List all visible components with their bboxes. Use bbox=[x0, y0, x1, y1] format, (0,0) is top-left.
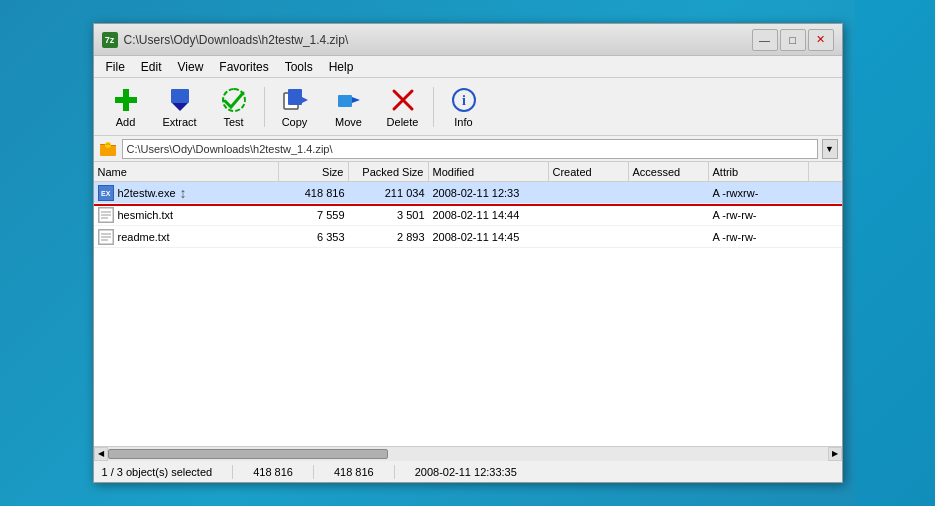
file-row-exe[interactable]: EX h2testw.exe ↕ 418 816 211 034 2008-02… bbox=[94, 182, 842, 204]
svg-rect-7 bbox=[338, 95, 352, 107]
move-icon bbox=[335, 86, 363, 114]
status-sep-2 bbox=[313, 465, 314, 479]
address-bar: ▼ bbox=[94, 136, 842, 162]
menu-view[interactable]: View bbox=[170, 58, 212, 76]
menu-file[interactable]: File bbox=[98, 58, 133, 76]
svg-point-14 bbox=[105, 142, 111, 148]
file-size-readme: 6 353 bbox=[279, 231, 349, 243]
menu-favorites[interactable]: Favorites bbox=[211, 58, 276, 76]
svg-text:i: i bbox=[462, 93, 466, 108]
col-header-size[interactable]: Size bbox=[279, 162, 349, 181]
test-button[interactable]: Test bbox=[208, 82, 260, 132]
menu-help[interactable]: Help bbox=[321, 58, 362, 76]
txt-icon-hesmich bbox=[98, 207, 114, 223]
col-header-created[interactable]: Created bbox=[549, 162, 629, 181]
file-area: Name Size Packed Size Modified Created A… bbox=[94, 162, 842, 446]
col-header-attr[interactable]: Attrib bbox=[709, 162, 809, 181]
move-label: Move bbox=[335, 116, 362, 128]
extract-button[interactable]: Extract bbox=[154, 82, 206, 132]
main-window: 7z C:\Users\Ody\Downloads\h2testw_1.4.zi… bbox=[93, 23, 843, 483]
svg-marker-3 bbox=[172, 103, 188, 111]
file-size-exe: 418 816 bbox=[279, 187, 349, 199]
hscroll-right-button[interactable]: ▶ bbox=[828, 447, 842, 461]
file-attr-readme: A -rw-rw- bbox=[709, 231, 809, 243]
file-name-exe: EX h2testw.exe ↕ bbox=[94, 185, 279, 201]
file-row-readme[interactable]: readme.txt 6 353 2 893 2008-02-11 14:45 bbox=[94, 226, 842, 248]
status-sep-1 bbox=[232, 465, 233, 479]
add-icon bbox=[112, 86, 140, 114]
exe-icon: EX bbox=[98, 185, 114, 201]
copy-button[interactable]: Copy bbox=[269, 82, 321, 132]
hscroll-track[interactable] bbox=[108, 447, 828, 461]
status-size: 418 816 bbox=[253, 466, 293, 478]
file-attr-exe: A -rwxrw- bbox=[709, 187, 809, 199]
test-label: Test bbox=[223, 116, 243, 128]
info-button[interactable]: i Info bbox=[438, 82, 490, 132]
svg-rect-1 bbox=[115, 97, 137, 103]
toolbar-separator-2 bbox=[433, 87, 434, 127]
hscroll-thumb[interactable] bbox=[108, 449, 388, 459]
cursor-indicator: ↕ bbox=[180, 185, 187, 201]
file-modified-exe: 2008-02-11 12:33 bbox=[429, 187, 549, 199]
copy-icon bbox=[281, 86, 309, 114]
horizontal-scrollbar: ◀ ▶ bbox=[94, 446, 842, 460]
file-list: EX h2testw.exe ↕ 418 816 211 034 2008-02… bbox=[94, 182, 842, 446]
svg-rect-2 bbox=[171, 89, 189, 103]
copy-label: Copy bbox=[282, 116, 308, 128]
delete-button[interactable]: Delete bbox=[377, 82, 429, 132]
folder-icon bbox=[98, 139, 118, 159]
delete-label: Delete bbox=[387, 116, 419, 128]
info-label: Info bbox=[454, 116, 472, 128]
extract-icon bbox=[166, 86, 194, 114]
menu-edit[interactable]: Edit bbox=[133, 58, 170, 76]
app-icon: 7z bbox=[102, 32, 118, 48]
address-input[interactable] bbox=[122, 139, 818, 159]
txt-icon-readme bbox=[98, 229, 114, 245]
file-attr-hesmich: A -rw-rw- bbox=[709, 209, 809, 221]
test-icon bbox=[220, 86, 248, 114]
status-sep-3 bbox=[394, 465, 395, 479]
col-header-accessed[interactable]: Accessed bbox=[629, 162, 709, 181]
window-controls: — □ ✕ bbox=[752, 29, 834, 51]
extract-label: Extract bbox=[162, 116, 196, 128]
toolbar: Add Extract Test bbox=[94, 78, 842, 136]
file-row-hesmich[interactable]: hesmich.txt 7 559 3 501 2008-02-11 14:44 bbox=[94, 204, 842, 226]
add-label: Add bbox=[116, 116, 136, 128]
address-dropdown-button[interactable]: ▼ bbox=[822, 139, 838, 159]
status-bar: 1 / 3 object(s) selected 418 816 418 816… bbox=[94, 460, 842, 482]
col-header-name[interactable]: Name bbox=[94, 162, 279, 181]
svg-marker-8 bbox=[352, 97, 360, 103]
col-header-modified[interactable]: Modified bbox=[429, 162, 549, 181]
file-modified-readme: 2008-02-11 14:45 bbox=[429, 231, 549, 243]
hscroll-left-button[interactable]: ◀ bbox=[94, 447, 108, 461]
col-header-packed-size[interactable]: Packed Size bbox=[349, 162, 429, 181]
menu-bar: File Edit View Favorites Tools Help bbox=[94, 56, 842, 78]
add-button[interactable]: Add bbox=[100, 82, 152, 132]
window-title: C:\Users\Ody\Downloads\h2testw_1.4.zip\ bbox=[124, 33, 752, 47]
maximize-button[interactable]: □ bbox=[780, 29, 806, 51]
file-name-hesmich: hesmich.txt bbox=[94, 207, 279, 223]
status-selection: 1 / 3 object(s) selected bbox=[102, 466, 213, 478]
move-button[interactable]: Move bbox=[323, 82, 375, 132]
close-button[interactable]: ✕ bbox=[808, 29, 834, 51]
menu-tools[interactable]: Tools bbox=[277, 58, 321, 76]
title-bar: 7z C:\Users\Ody\Downloads\h2testw_1.4.zi… bbox=[94, 24, 842, 56]
file-modified-hesmich: 2008-02-11 14:44 bbox=[429, 209, 549, 221]
info-icon: i bbox=[450, 86, 478, 114]
status-modified: 2008-02-11 12:33:35 bbox=[415, 466, 517, 478]
svg-text:EX: EX bbox=[101, 190, 111, 197]
delete-icon bbox=[389, 86, 417, 114]
svg-rect-5 bbox=[288, 89, 302, 105]
toolbar-separator-1 bbox=[264, 87, 265, 127]
file-packed-hesmich: 3 501 bbox=[349, 209, 429, 221]
minimize-button[interactable]: — bbox=[752, 29, 778, 51]
file-size-hesmich: 7 559 bbox=[279, 209, 349, 221]
svg-marker-6 bbox=[302, 97, 308, 103]
file-name-readme: readme.txt bbox=[94, 229, 279, 245]
file-packed-exe: 211 034 bbox=[349, 187, 429, 199]
status-packed-size: 418 816 bbox=[334, 466, 374, 478]
file-packed-readme: 2 893 bbox=[349, 231, 429, 243]
column-headers: Name Size Packed Size Modified Created A… bbox=[94, 162, 842, 182]
